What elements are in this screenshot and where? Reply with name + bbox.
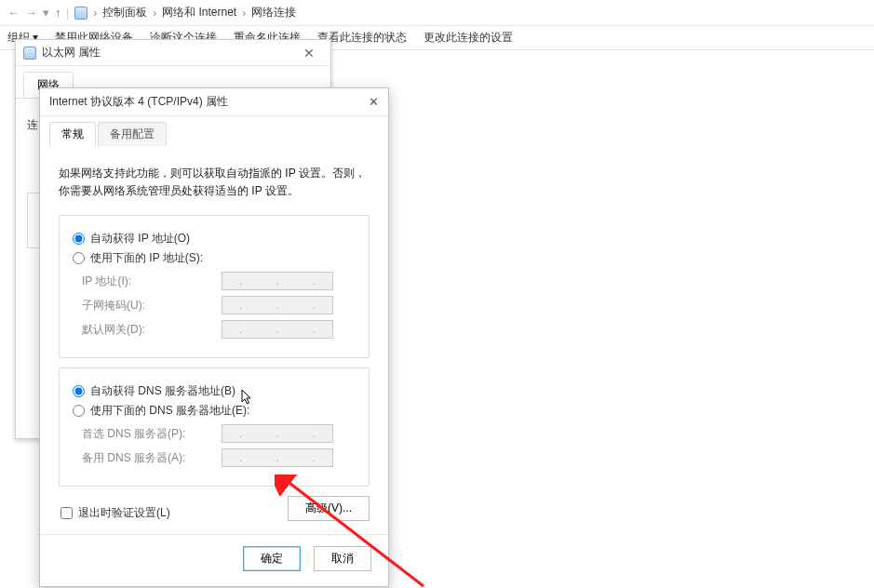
window-titlebar[interactable]: 以太网 属性 ✕: [16, 40, 330, 66]
network-icon: [23, 47, 36, 60]
close-icon[interactable]: ✕: [356, 95, 379, 109]
radio-manual-dns-label: 使用下面的 DNS 服务器地址(E):: [90, 403, 249, 419]
subnet-mask-input: ...: [222, 296, 333, 314]
nav-forward-icon[interactable]: →: [25, 6, 37, 20]
close-icon[interactable]: ✕: [295, 46, 323, 60]
nav-back-icon[interactable]: ←: [7, 6, 20, 20]
address-bar: ← → ▾ ↑ | › 控制面板 › 网络和 Internet › 网络连接: [0, 0, 874, 26]
dialog-titlebar[interactable]: Internet 协议版本 4 (TCP/IPv4) 属性 ✕: [40, 88, 388, 116]
description-text: 如果网络支持此功能，则可以获取自动指派的 IP 设置。否则，你需要从网络系统管理…: [59, 165, 370, 200]
tab-strip: 常规 备用配置: [40, 116, 388, 146]
breadcrumb-item[interactable]: 网络和 Internet: [162, 5, 236, 20]
radio-manual-ip[interactable]: [73, 252, 85, 264]
breadcrumb[interactable]: › 控制面板 › 网络和 Internet › 网络连接: [93, 5, 296, 20]
breadcrumb-item[interactable]: 网络连接: [251, 5, 296, 20]
radio-auto-ip-label: 自动获得 IP 地址(O): [90, 231, 190, 247]
toolbar-change-settings[interactable]: 更改此连接的设置: [424, 30, 513, 46]
primary-dns-input: ...: [222, 424, 333, 443]
breadcrumb-item[interactable]: 控制面板: [102, 5, 147, 20]
cancel-button[interactable]: 取消: [314, 546, 371, 571]
advanced-button[interactable]: 高级(V)...: [288, 496, 370, 521]
window-title: 以太网 属性: [42, 45, 101, 60]
radio-manual-ip-label: 使用下面的 IP 地址(S):: [90, 250, 203, 266]
dns-settings-group: 自动获得 DNS 服务器地址(B) 使用下面的 DNS 服务器地址(E): 首选…: [59, 368, 370, 487]
dialog-footer: 确定 取消: [40, 534, 388, 586]
ipv4-properties-dialog: Internet 协议版本 4 (TCP/IPv4) 属性 ✕ 常规 备用配置 …: [39, 87, 389, 587]
gateway-label: 默认网关(D):: [82, 322, 222, 338]
radio-auto-dns-label: 自动获得 DNS 服务器地址(B): [90, 383, 235, 399]
ip-address-input: ...: [222, 272, 333, 290]
nav-up-icon[interactable]: ↑: [55, 7, 61, 20]
subnet-mask-label: 子网掩码(U):: [82, 298, 222, 314]
tab-alternate[interactable]: 备用配置: [98, 122, 167, 146]
dialog-title: Internet 协议版本 4 (TCP/IPv4) 属性: [49, 94, 228, 110]
primary-dns-label: 首选 DNS 服务器(P):: [82, 426, 222, 442]
ok-button[interactable]: 确定: [243, 546, 301, 571]
radio-auto-ip[interactable]: [73, 233, 85, 245]
radio-auto-dns[interactable]: [73, 385, 85, 397]
radio-manual-dns[interactable]: [73, 405, 85, 417]
ip-settings-group: 自动获得 IP 地址(O) 使用下面的 IP 地址(S): IP 地址(I): …: [59, 215, 370, 358]
ip-address-label: IP 地址(I):: [82, 274, 222, 289]
network-icon: [74, 7, 87, 20]
tab-general[interactable]: 常规: [49, 122, 96, 146]
gateway-input: ...: [222, 320, 333, 339]
connection-label: 连: [27, 118, 38, 131]
validate-label: 退出时验证设置(L): [78, 505, 170, 521]
alt-dns-input: ...: [222, 448, 333, 467]
alt-dns-label: 备用 DNS 服务器(A):: [82, 450, 222, 466]
validate-checkbox[interactable]: [61, 507, 73, 519]
dropdown-history-icon[interactable]: ▾: [43, 6, 49, 20]
